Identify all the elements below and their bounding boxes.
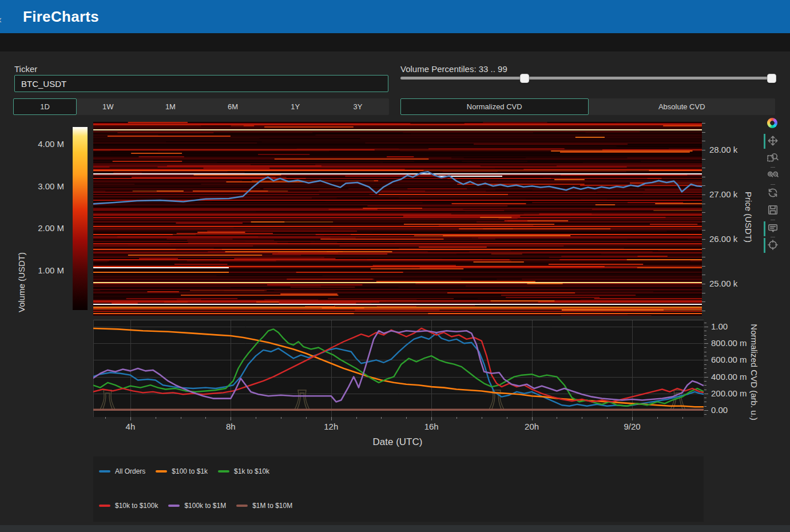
modebar-separator [771, 237, 775, 237]
price-axis-tick [702, 132, 705, 133]
cvd-mode-toggle: Normalized CVDAbsolute CVD [400, 98, 775, 115]
price-axis-tick [702, 239, 705, 240]
cvd-axis-tick [704, 343, 708, 344]
date-axis-title: Date (UTC) [329, 436, 466, 448]
ticker-input[interactable] [14, 75, 388, 92]
date-axis-tick [456, 417, 457, 419]
volume-colorbar [73, 127, 88, 310]
price-axis-tick [702, 141, 705, 141]
date-axis-tick [331, 417, 332, 420]
legend-item-all-orders[interactable]: All Orders [99, 467, 145, 475]
date-axis-tick [557, 417, 557, 419]
timeframe-button-1w[interactable]: 1W [77, 98, 139, 115]
date-axis-tick [156, 417, 156, 419]
legend-swatch [168, 505, 180, 507]
date-axis-tick [682, 417, 683, 419]
price-tick-label: 27.00 k [709, 189, 737, 199]
cvd-axis-tick [704, 377, 708, 378]
cvd-axis-tick [704, 394, 708, 394]
date-axis-tick [281, 417, 281, 419]
date-tick-label: 4h [113, 422, 148, 431]
timeframe-button-1y[interactable]: 1Y [264, 98, 327, 115]
legend-item--1m-to-10m[interactable]: $1M to $10M [236, 502, 292, 510]
modebar-separator [771, 220, 775, 220]
date-tick-label: 12h [314, 422, 348, 431]
date-axis-tick [256, 417, 256, 419]
price-axis-tick [702, 159, 705, 160]
cvd-mode-button-absolute-cvd[interactable]: Absolute CVD [589, 98, 776, 115]
legend-swatch [218, 470, 229, 473]
legend-swatch [156, 470, 167, 473]
legend-item--100-to-1k[interactable]: $100 to $1k [156, 467, 208, 475]
legend-item-label: $1M to $10M [252, 502, 292, 510]
legend-swatch [236, 505, 248, 507]
timeframe-button-1d[interactable]: 1D [13, 98, 77, 115]
date-axis-tick [657, 417, 658, 419]
price-axis-tick [702, 185, 705, 186]
box-zoom-icon[interactable] [767, 152, 779, 164]
price-tick-label: 28.00 k [709, 145, 737, 154]
bottom-edge-strip [0, 525, 790, 532]
zoom-in-out-icon[interactable] [767, 169, 779, 181]
legend-row: $10k to $100k$100k to $1M$1M to $10M [99, 501, 303, 510]
legend-item--10k-to-100k[interactable]: $10k to $100k [99, 502, 158, 510]
chart-legend: All Orders$100 to $1k$1k to $10k$10k to … [93, 456, 704, 522]
cvd-axis-tick [704, 406, 706, 407]
cvd-axis-tick [704, 414, 706, 415]
price-axis-tick [702, 284, 705, 284]
cvd-axis-tick [704, 347, 706, 348]
slider-handle-low[interactable] [520, 74, 529, 83]
save-icon[interactable] [767, 204, 779, 216]
slider-handle-high[interactable] [767, 74, 776, 83]
price-axis-tick [702, 301, 705, 302]
cvd-axis-tick [704, 327, 708, 327]
price-axis-tick [702, 150, 705, 150]
cvd-axis-tick [704, 364, 706, 365]
fire-heatmap-canvas[interactable] [93, 122, 702, 316]
cvd-chart-canvas[interactable] [93, 320, 704, 417]
cvd-tick-label: 200.00 m [711, 388, 747, 398]
volume-percentiles-slider[interactable] [400, 77, 775, 80]
price-axis-tick [702, 230, 705, 231]
app-title: FireCharts [23, 8, 99, 26]
plotly-logo-icon[interactable] [767, 118, 777, 128]
timeframe-button-3y[interactable]: 3Y [327, 98, 389, 115]
reset-axes-icon[interactable] [767, 187, 779, 198]
price-axis-tick [702, 168, 705, 168]
cvd-axis-tick [704, 360, 708, 360]
date-axis-tick [406, 417, 407, 419]
modebar-active-indicator [764, 134, 765, 149]
collapse-chevron-icon[interactable]: ‹ [0, 14, 2, 26]
date-axis-tick [306, 417, 307, 419]
legend-item-label: $1k to $10k [234, 467, 269, 475]
price-tick-label: 25.00 k [709, 279, 737, 288]
cvd-axis-tick [704, 368, 706, 369]
legend-item--100k-to-1m[interactable]: $100k to $1M [168, 502, 226, 510]
app-header: ‹ FireCharts [0, 0, 790, 33]
tooltip-icon[interactable] [767, 223, 779, 234]
price-axis-title: Price (USDT) [744, 132, 753, 303]
spikelines-icon[interactable] [767, 239, 779, 251]
date-tick-label: 8h [213, 422, 248, 431]
cvd-axis-tick [704, 356, 706, 356]
date-axis-tick [181, 417, 181, 419]
date-axis-tick [205, 417, 206, 419]
legend-item--1k-to-10k[interactable]: $1k to $10k [218, 467, 269, 475]
date-axis-tick [482, 417, 482, 419]
date-axis-tick [130, 417, 131, 420]
legend-item-label: $10k to $100k [115, 502, 158, 510]
volume-tick-label: 3.00 M [17, 181, 64, 191]
legend-item-label: All Orders [115, 467, 145, 475]
timeframe-button-1m[interactable]: 1M [139, 98, 201, 115]
date-tick-label: 9/20 [615, 422, 649, 431]
cvd-mode-button-normalized-cvd[interactable]: Normalized CVD [400, 98, 589, 115]
date-axis-tick [532, 417, 533, 420]
cvd-tick-label: 1.00 [711, 321, 728, 331]
pan-icon[interactable] [767, 135, 779, 146]
cvd-axis-tick [704, 323, 706, 323]
date-axis-tick [356, 417, 357, 419]
cvd-axis-tick [704, 339, 706, 340]
timeframe-button-row: 1D1W1M6M1Y3Y [13, 98, 389, 115]
timeframe-button-6m[interactable]: 6M [202, 98, 264, 115]
price-axis-tick [702, 311, 705, 311]
